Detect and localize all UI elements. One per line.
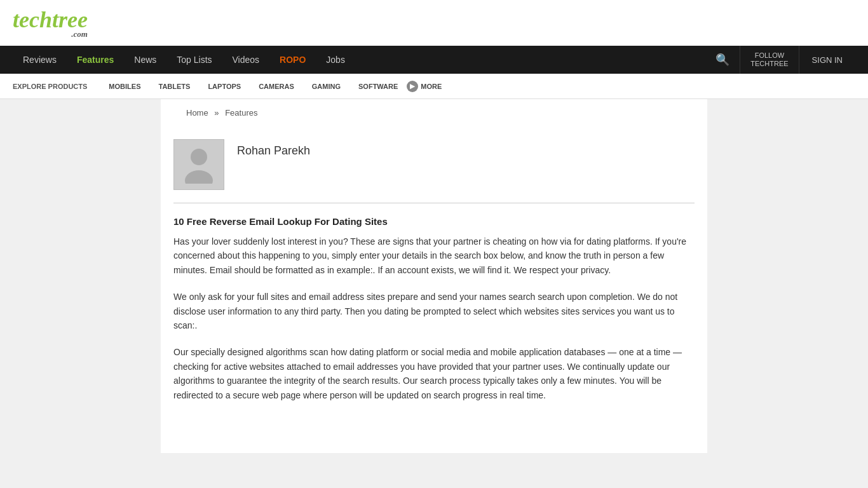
breadcrumb-separator: »	[214, 108, 219, 118]
nav-jobs[interactable]: Jobs	[316, 46, 355, 74]
nav-right: 🔍 FOLLOW TECHTREE SIGN IN	[705, 46, 855, 74]
product-software[interactable]: SOFTWARE	[349, 74, 407, 99]
product-cameras[interactable]: CAMERAS	[250, 74, 303, 99]
explore-label: EXPLORE PRODUCTS	[13, 83, 87, 90]
svg-point-0	[191, 149, 207, 165]
main-nav: Reviews Features News Top Lists Videos R…	[0, 46, 868, 74]
nav-items: Reviews Features News Top Lists Videos R…	[13, 46, 705, 74]
product-tablets[interactable]: TABLETS	[149, 74, 199, 99]
article-paragraph-1: Has your lover suddenly lost interest in…	[173, 234, 695, 277]
avatar-icon	[183, 146, 215, 184]
nav-videos[interactable]: Videos	[222, 46, 270, 74]
breadcrumb: Home » Features	[173, 99, 695, 126]
article-title: 10 Free Reverse Email Lookup For Dating …	[173, 216, 695, 227]
more-products-button[interactable]: ▶ MORE	[407, 81, 442, 92]
breadcrumb-home[interactable]: Home	[186, 108, 208, 118]
follow-sublabel: TECHTREE	[750, 60, 788, 68]
nav-toplists[interactable]: Top Lists	[166, 46, 222, 74]
search-button[interactable]: 🔍	[705, 46, 740, 74]
follow-button[interactable]: FOLLOW TECHTREE	[740, 46, 799, 74]
nav-news[interactable]: News	[124, 46, 166, 74]
breadcrumb-current: Features	[225, 108, 257, 118]
product-gaming[interactable]: GAMING	[303, 74, 349, 99]
svg-point-1	[185, 170, 213, 184]
site-logo[interactable]: techtree.com	[13, 6, 88, 39]
article-paragraph-2: We only ask for your full sites and emai…	[173, 290, 695, 332]
nav-ropo[interactable]: ROPO	[269, 46, 316, 74]
product-laptops[interactable]: LAPTOPS	[199, 74, 250, 99]
site-header: techtree.com	[0, 0, 868, 46]
nav-features[interactable]: Features	[67, 46, 124, 74]
products-bar: EXPLORE PRODUCTS MOBILES TABLETS LAPTOPS…	[0, 74, 868, 99]
nav-reviews[interactable]: Reviews	[13, 46, 67, 74]
signin-button[interactable]: SIGN IN	[799, 46, 855, 74]
article-paragraph-3: Our specially designed algorithms scan h…	[173, 345, 695, 402]
author-avatar	[173, 139, 224, 190]
more-circle-icon: ▶	[407, 81, 418, 92]
article: 10 Free Reverse Email Lookup For Dating …	[173, 216, 695, 428]
follow-label: FOLLOW	[755, 51, 784, 60]
main-content: Home » Features Rohan Parekh 10 Free Rev…	[161, 99, 707, 453]
author-name: Rohan Parekh	[237, 139, 310, 158]
product-mobiles[interactable]: MOBILES	[100, 74, 149, 99]
more-label: MORE	[421, 83, 442, 90]
search-icon: 🔍	[715, 53, 729, 67]
author-section: Rohan Parekh	[173, 126, 695, 203]
author-info: Rohan Parekh	[237, 139, 310, 158]
